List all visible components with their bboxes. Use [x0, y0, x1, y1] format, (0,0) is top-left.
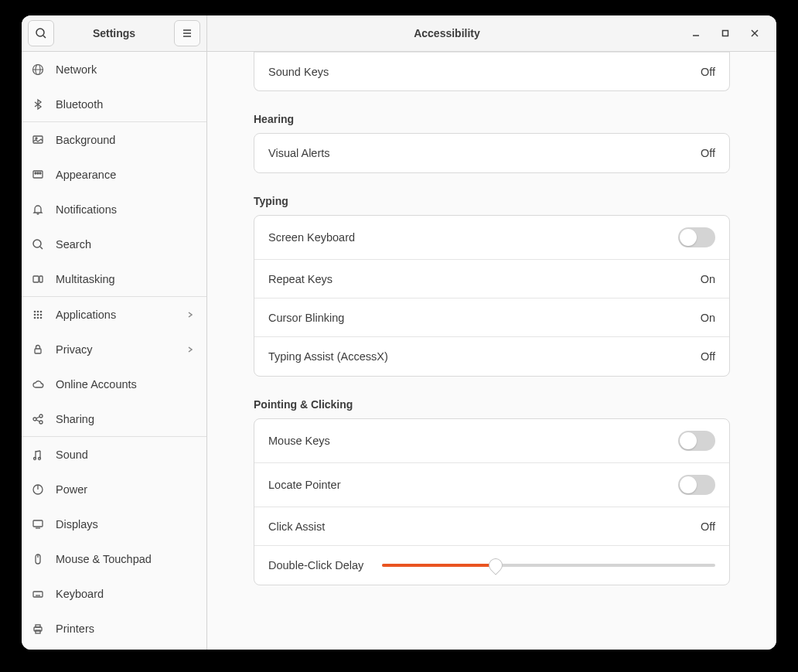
sidebar-item-label: Sound [56, 449, 88, 461]
row-visual-alerts[interactable]: Visual Alerts Off [254, 134, 729, 172]
minimize-button[interactable] [687, 24, 705, 43]
panel-title: Accessibility [207, 27, 687, 39]
search-button[interactable] [28, 20, 54, 46]
body: NetworkBluetoothBackgroundAppearanceNoti… [22, 52, 776, 650]
close-button[interactable] [745, 24, 764, 43]
section-card-partial: Sound Keys Off [254, 52, 730, 91]
sidebar-item-label: Network [56, 63, 97, 76]
search-icon [35, 27, 47, 39]
sidebar-item-search[interactable]: Search [22, 227, 206, 261]
section-title-hearing: Hearing [254, 113, 730, 125]
sidebar-item-displays[interactable]: Displays [22, 507, 206, 541]
sidebar-item-privacy[interactable]: Privacy [22, 332, 206, 367]
toggle-screen-keyboard[interactable] [678, 227, 715, 247]
row-label: Screen Keyboard [268, 231, 678, 244]
svg-point-28 [34, 316, 36, 319]
sidebar-item-sound[interactable]: Sound [22, 437, 206, 472]
sidebar-item-label: Notifications [56, 203, 117, 216]
svg-line-19 [40, 247, 43, 249]
section-card-typing: Screen Keyboard Repeat Keys On Cursor Bl… [254, 215, 730, 377]
sidebar-item-label: Printers [56, 623, 94, 635]
svg-rect-54 [36, 630, 40, 633]
sidebar-item-applications[interactable]: Applications [22, 297, 206, 332]
sound-icon [31, 448, 45, 462]
row-locate-pointer[interactable]: Locate Pointer [254, 463, 729, 507]
slider-double-click[interactable] [382, 558, 715, 572]
row-label: Click Assist [268, 520, 701, 533]
sidebar-item-label: Search [56, 238, 91, 251]
sidebar-item-background[interactable]: Background [22, 122, 206, 157]
svg-point-18 [33, 240, 41, 247]
svg-rect-53 [36, 625, 40, 627]
sidebar-item-appearance[interactable]: Appearance [22, 157, 206, 192]
svg-line-36 [36, 420, 39, 421]
multitask-icon [31, 272, 45, 286]
maximize-button[interactable] [716, 24, 735, 43]
sidebar-item-label: Multitasking [56, 273, 115, 285]
sidebar-item-label: Displays [56, 518, 98, 530]
sidebar-item-mouse-touchpad[interactable]: Mouse & Touchpad [22, 541, 206, 576]
sidebar-item-label: Privacy [56, 343, 93, 356]
row-value: On [701, 312, 715, 324]
svg-rect-45 [33, 592, 43, 597]
appearance-icon [31, 168, 45, 182]
toggle-mouse-keys[interactable] [678, 431, 715, 451]
svg-point-0 [36, 29, 44, 36]
power-icon [31, 483, 45, 496]
sidebar-item-sharing[interactable]: Sharing [22, 401, 206, 436]
titlebar-left: Settings [22, 15, 207, 51]
sidebar-item-online-accounts[interactable]: Online Accounts [22, 367, 206, 401]
sidebar-item-label: Applications [56, 309, 116, 321]
row-double-click-delay[interactable]: Double-Click Delay [254, 546, 729, 585]
maximize-icon [721, 29, 729, 37]
svg-rect-31 [35, 349, 41, 353]
row-cursor-blinking[interactable]: Cursor Blinking On [254, 298, 729, 337]
content[interactable]: Sound Keys Off Hearing Visual Alerts Off… [207, 52, 776, 650]
sidebar-item-power[interactable]: Power [22, 472, 206, 507]
row-label: Locate Pointer [268, 479, 678, 491]
row-label: Cursor Blinking [268, 312, 701, 324]
row-click-assist[interactable]: Click Assist Off [254, 507, 729, 546]
svg-point-30 [40, 316, 43, 319]
svg-point-27 [40, 313, 43, 316]
svg-point-37 [34, 457, 36, 459]
sidebar-item-keyboard[interactable]: Keyboard [22, 576, 206, 611]
row-label: Visual Alerts [268, 147, 701, 159]
chevron-right-icon [186, 311, 194, 319]
row-value: Off [701, 520, 715, 533]
sidebar-item-label: Online Accounts [56, 378, 137, 391]
svg-point-26 [37, 313, 39, 316]
sidebar-item-bluetooth[interactable]: Bluetooth [22, 87, 206, 121]
svg-point-16 [37, 172, 39, 174]
sidebar-item-notifications[interactable]: Notifications [22, 192, 206, 227]
sidebar-item-multitasking[interactable]: Multitasking [22, 261, 206, 296]
svg-point-33 [39, 414, 43, 418]
svg-rect-41 [33, 520, 43, 527]
sidebar[interactable]: NetworkBluetoothBackgroundAppearanceNoti… [22, 52, 207, 650]
sidebar-item-label: Appearance [56, 169, 116, 181]
row-value: Off [701, 147, 715, 159]
section-title-typing: Typing [254, 195, 730, 207]
share-icon [31, 412, 45, 426]
sidebar-item-label: Sharing [56, 413, 94, 425]
menu-button[interactable] [174, 20, 200, 46]
globe-icon [31, 63, 45, 77]
section-title-pointing: Pointing & Clicking [254, 398, 730, 411]
svg-point-25 [34, 313, 36, 316]
sidebar-item-printers[interactable]: Printers [22, 611, 206, 646]
row-label: Double-Click Delay [268, 559, 363, 571]
hamburger-icon [181, 27, 193, 39]
row-value: Off [701, 350, 715, 363]
svg-line-1 [43, 36, 46, 38]
row-typing-assist[interactable]: Typing Assist (AccessX) Off [254, 337, 729, 376]
toggle-locate-pointer[interactable] [678, 475, 715, 495]
row-screen-keyboard[interactable]: Screen Keyboard [254, 216, 729, 260]
row-label: Sound Keys [268, 66, 701, 78]
svg-point-32 [33, 418, 36, 421]
svg-rect-21 [39, 276, 43, 282]
row-repeat-keys[interactable]: Repeat Keys On [254, 260, 729, 298]
row-mouse-keys[interactable]: Mouse Keys [254, 419, 729, 463]
svg-point-38 [39, 457, 41, 459]
row-sound-keys[interactable]: Sound Keys Off [254, 52, 729, 90]
sidebar-item-network[interactable]: Network [22, 52, 206, 87]
